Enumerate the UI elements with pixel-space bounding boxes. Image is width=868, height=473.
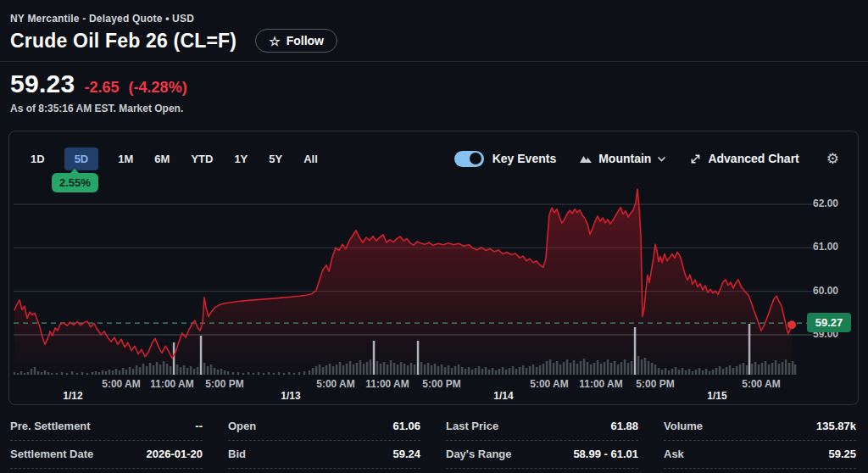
stat-label: Pre. Settlement xyxy=(10,420,91,432)
stat-label: Last Price xyxy=(446,420,498,432)
stat-label: Volume xyxy=(664,420,703,432)
stat-label: Settlement Date xyxy=(10,448,93,460)
advanced-chart-label: Advanced Chart xyxy=(708,152,798,165)
quote-page: NY Mercantile - Delayed Quote • USD Crud… xyxy=(0,0,868,473)
current-price: 59.23 xyxy=(10,70,75,98)
price-row: 59.23 -2.65 (-4.28%) xyxy=(10,70,187,98)
y-axis-tick: 60.00 xyxy=(813,285,838,297)
key-events-label: Key Events xyxy=(492,152,556,165)
x-axis-time-tick: 5:00 AM xyxy=(316,378,355,390)
chart-type-label: Mountain xyxy=(598,152,651,165)
area-layer xyxy=(14,189,792,375)
x-axis-time-tick: 11:00 AM xyxy=(150,378,194,390)
x-axis-time-tick: 5:00 PM xyxy=(205,378,243,390)
star-icon: ☆ xyxy=(269,35,280,47)
stat-value: 2026-01-20 xyxy=(147,448,203,460)
mountain-icon xyxy=(579,153,593,164)
key-events-toggle[interactable]: Key Events xyxy=(454,151,556,167)
price-chart-svg xyxy=(9,186,858,375)
toggle-track-icon[interactable] xyxy=(454,151,484,167)
tab-1m[interactable]: 1M xyxy=(116,147,135,170)
page-title: Crude Oil Feb 26 (CL=F) xyxy=(10,30,236,53)
x-axis-time-tick: 5:00 PM xyxy=(636,378,674,390)
chart-region[interactable]: 59.27 62.0061.0060.0059.005:00 AM11:00 A… xyxy=(9,186,858,404)
stat-open: Open61.06 xyxy=(228,413,420,441)
price-change: -2.65 xyxy=(85,79,120,97)
stat-last-price: Last Price61.88 xyxy=(446,413,638,441)
quote-stats: Pre. Settlement--Open61.06Last Price61.8… xyxy=(10,413,856,469)
y-axis-tick: 62.00 xyxy=(813,198,838,209)
stat-value: 61.88 xyxy=(610,420,638,432)
x-axis-date-tick: 1/15 xyxy=(707,390,726,402)
gear-icon[interactable]: ⚙ xyxy=(826,150,839,168)
price-change-percent: (-4.28%) xyxy=(129,79,187,97)
chart-panel: 1D5D1M6MYTD1Y5YAll Key Events Mountain xyxy=(8,131,859,405)
stat-bid: Bid59.24 xyxy=(228,441,420,469)
exchange-info: NY Mercantile - Delayed Quote • USD xyxy=(10,13,194,25)
tab-all[interactable]: All xyxy=(302,147,320,170)
title-row: Crude Oil Feb 26 (CL=F) ☆ Follow xyxy=(10,29,337,53)
x-axis-date-tick: 1/12 xyxy=(63,390,82,402)
header-divider xyxy=(0,61,868,62)
tab-1d[interactable]: 1D xyxy=(29,147,47,170)
chart-toolbar: 1D5D1M6MYTD1Y5YAll Key Events Mountain xyxy=(29,145,839,172)
x-axis-time-tick: 5:00 PM xyxy=(422,378,460,390)
tab-1y[interactable]: 1Y xyxy=(232,147,249,170)
stat-value: 135.87k xyxy=(816,420,856,432)
stat-value: 59.25 xyxy=(828,448,856,460)
tab-5d[interactable]: 5D xyxy=(64,147,99,170)
stat-ask: Ask59.25 xyxy=(664,441,856,469)
stat-label: Ask xyxy=(664,448,684,460)
stat-value: 58.99 - 61.01 xyxy=(573,448,638,460)
range-tabs: 1D5D1M6MYTD1Y5YAll xyxy=(29,147,320,170)
as-of-timestamp: As of 8:35:16 AM EST. Market Open. xyxy=(10,103,183,114)
x-axis-time-tick: 5:00 AM xyxy=(102,378,141,390)
stat-day-s-range: Day's Range58.99 - 61.01 xyxy=(446,441,638,469)
stat-value: 59.24 xyxy=(392,448,420,460)
stat-label: Bid xyxy=(228,448,246,460)
x-axis-date-tick: 1/13 xyxy=(281,390,300,402)
follow-button[interactable]: ☆ Follow xyxy=(255,29,337,53)
tab-ytd[interactable]: YTD xyxy=(189,147,214,170)
tab-5y[interactable]: 5Y xyxy=(267,147,284,170)
toggle-knob-icon xyxy=(470,153,481,164)
x-axis-time-tick: 11:00 AM xyxy=(365,378,409,390)
x-axis-time-tick: 5:00 AM xyxy=(530,378,569,390)
follow-label: Follow xyxy=(287,34,324,47)
chevron-down-icon xyxy=(657,156,666,162)
stat-value: -- xyxy=(195,420,203,432)
stat-pre-settlement: Pre. Settlement-- xyxy=(10,413,203,441)
price-marker-badge: 59.27 xyxy=(807,313,851,332)
stat-label: Open xyxy=(228,420,256,432)
advanced-chart-link[interactable]: Advanced Chart xyxy=(689,152,798,165)
x-axis-date-tick: 1/14 xyxy=(493,390,513,402)
stat-settlement-date: Settlement Date2026-01-20 xyxy=(10,441,203,469)
expand-arrow-icon xyxy=(689,153,702,165)
stat-value: 61.06 xyxy=(392,420,420,432)
y-axis-tick: 61.00 xyxy=(813,241,838,253)
tab-6m[interactable]: 6M xyxy=(153,147,171,170)
chart-type-dropdown[interactable]: Mountain xyxy=(579,152,666,165)
stat-label: Day's Range xyxy=(446,448,512,460)
x-axis-time-tick: 11:00 AM xyxy=(579,378,623,390)
stat-volume: Volume135.87k xyxy=(664,413,856,441)
x-axis-time-tick: 5:00 AM xyxy=(742,378,781,390)
toolbar-right: Key Events Mountain xyxy=(454,150,839,168)
